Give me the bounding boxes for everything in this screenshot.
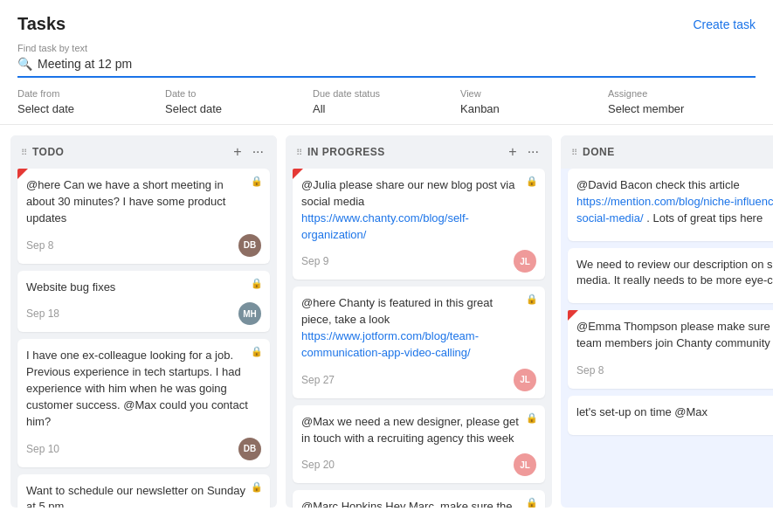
card-date: Sep 8 — [26, 239, 53, 252]
filter-view[interactable]: View Kanban — [460, 88, 608, 115]
card-date: Sep 9 — [301, 255, 328, 267]
card-footer: Sep 8? — [576, 359, 773, 382]
kanban-board: ⠿ TODO + ··· 🔒@here Can we have a short … — [0, 125, 773, 518]
page-title: Tasks — [17, 14, 66, 34]
card-text: @here Can we have a short meeting in abo… — [26, 177, 261, 227]
column-title-todo: TODO — [32, 146, 225, 158]
card-date: Sep 27 — [301, 374, 335, 386]
card-todo-0[interactable]: 🔒@here Can we have a short meeting in ab… — [17, 169, 270, 264]
lock-icon: 🔒 — [251, 176, 263, 187]
drag-icon: ⠿ — [571, 148, 577, 157]
card-footer: Sep 27JL — [301, 369, 536, 391]
card-link[interactable]: https://www.chanty.com/blog/self-organiz… — [301, 211, 469, 241]
create-task-button[interactable]: Create task — [693, 17, 756, 31]
card-todo-1[interactable]: 🔒Website bug fixesSep 18MH — [17, 271, 270, 333]
card-date: Sep 18 — [26, 307, 59, 320]
card-footer: Sep 9JL — [301, 250, 536, 273]
card-footer: Sep 20JL — [301, 453, 536, 476]
card-inprogress-0[interactable]: 🔒@Julia please share our new blog post v… — [293, 169, 545, 280]
card-inprogress-3[interactable]: 🔒@Marc Hopkins Hey Marc, make sure the r… — [293, 490, 545, 508]
lock-icon: 🔒 — [526, 176, 538, 187]
search-row: 🔍 — [17, 57, 756, 71]
card-link[interactable]: https://mention.com/blog/niche-influence… — [576, 195, 773, 225]
card-date: Sep 10 — [26, 443, 59, 455]
search-icon: 🔍 — [17, 57, 32, 71]
card-footer: Sep 8DB — [26, 234, 261, 257]
card-text: Website bug fixes — [26, 280, 261, 296]
card-text: @Max we need a new designer, please get … — [301, 414, 536, 447]
card-text: @here Chanty is featured in this great p… — [301, 295, 536, 361]
avatar: JL — [514, 250, 536, 273]
card-link[interactable]: https://www.jotform.com/blog/team-commun… — [301, 329, 479, 359]
card-text: I have one ex-colleague looking for a jo… — [26, 348, 261, 430]
add-card-button-inprogress[interactable]: + — [506, 144, 519, 160]
card-date: Sep 8 — [576, 364, 604, 377]
card-text: let's set-up on time @Max — [576, 404, 773, 421]
cards-area-inprogress: 🔒@Julia please share our new blog post v… — [286, 169, 552, 508]
card-date: Sep 20 — [301, 459, 335, 471]
priority-corner — [293, 169, 303, 179]
card-text: @Marc Hopkins Hey Marc, make sure the re… — [301, 499, 536, 508]
lock-icon: 🔒 — [526, 412, 538, 424]
lock-icon: 🔒 — [526, 294, 538, 305]
card-done-3[interactable]: let's set-up on time @Max — [568, 396, 773, 435]
header: Tasks Create task — [0, 0, 773, 43]
column-header-inprogress: ⠿ IN PROGRESS + ··· — [286, 135, 552, 169]
column-title-inprogress: IN PROGRESS — [307, 146, 500, 158]
search-input[interactable] — [38, 57, 756, 71]
filter-due-date-status[interactable]: Due date status All — [313, 88, 460, 115]
more-button-todo[interactable]: ··· — [250, 144, 266, 160]
avatar: DB — [238, 438, 261, 460]
avatar: DB — [238, 234, 261, 257]
column-inprogress: ⠿ IN PROGRESS + ··· 🔒@Julia please share… — [286, 135, 552, 508]
filters-bar: Date from Select date Date to Select dat… — [0, 78, 773, 125]
card-inprogress-2[interactable]: 🔒@Max we need a new designer, please get… — [293, 405, 545, 484]
card-todo-3[interactable]: 🔒Want to schedule our newsletter on Sund… — [17, 474, 270, 508]
filter-date-from[interactable]: Date from Select date — [17, 88, 165, 115]
column-todo: ⠿ TODO + ··· 🔒@here Can we have a short … — [10, 135, 277, 508]
column-header-todo: ⠿ TODO + ··· — [10, 135, 277, 169]
filter-date-to[interactable]: Date to Select date — [165, 88, 313, 115]
search-label: Find task by text — [17, 43, 756, 53]
card-text: We need to review our description on soc… — [576, 257, 773, 290]
column-title-done: DONE — [583, 146, 773, 158]
card-done-0[interactable]: 🔒@David Bacon check this article https:/… — [568, 169, 773, 241]
card-text: @Emma Thompson please make sure all team… — [576, 319, 773, 352]
card-todo-2[interactable]: 🔒I have one ex-colleague looking for a j… — [17, 339, 270, 466]
lock-icon: 🔒 — [251, 346, 263, 357]
priority-corner — [568, 310, 578, 321]
drag-icon: ⠿ — [296, 148, 302, 157]
avatar: JL — [514, 369, 536, 391]
column-header-done: ⠿ DONE + ··· — [561, 135, 773, 169]
card-inprogress-1[interactable]: 🔒@here Chanty is featured in this great … — [293, 287, 545, 397]
priority-corner — [17, 169, 28, 179]
card-footer: Sep 10DB — [26, 438, 261, 460]
card-done-2[interactable]: @Emma Thompson please make sure all team… — [568, 310, 773, 389]
card-text: @Julia please share our new blog post vi… — [301, 177, 536, 243]
cards-area-todo: 🔒@here Can we have a short meeting in ab… — [10, 169, 277, 508]
cards-area-done: 🔒@David Bacon check this article https:/… — [561, 169, 773, 508]
card-done-1[interactable]: We need to review our description on soc… — [568, 248, 773, 304]
add-card-button-todo[interactable]: + — [231, 144, 244, 160]
column-done: ⠿ DONE + ··· 🔒@David Bacon check this ar… — [561, 135, 773, 508]
more-button-inprogress[interactable]: ··· — [525, 144, 542, 160]
lock-icon: 🔒 — [251, 481, 263, 493]
drag-icon: ⠿ — [21, 148, 27, 157]
lock-icon: 🔒 — [526, 497, 538, 508]
card-text: @David Bacon check this article https://… — [576, 177, 773, 227]
avatar: JL — [514, 453, 536, 476]
lock-icon: 🔒 — [251, 278, 263, 289]
card-footer: Sep 18MH — [26, 302, 261, 325]
avatar: MH — [238, 302, 261, 325]
filter-assignee[interactable]: Assignee Select member — [608, 88, 756, 115]
card-text: Want to schedule our newsletter on Sunda… — [26, 483, 261, 508]
